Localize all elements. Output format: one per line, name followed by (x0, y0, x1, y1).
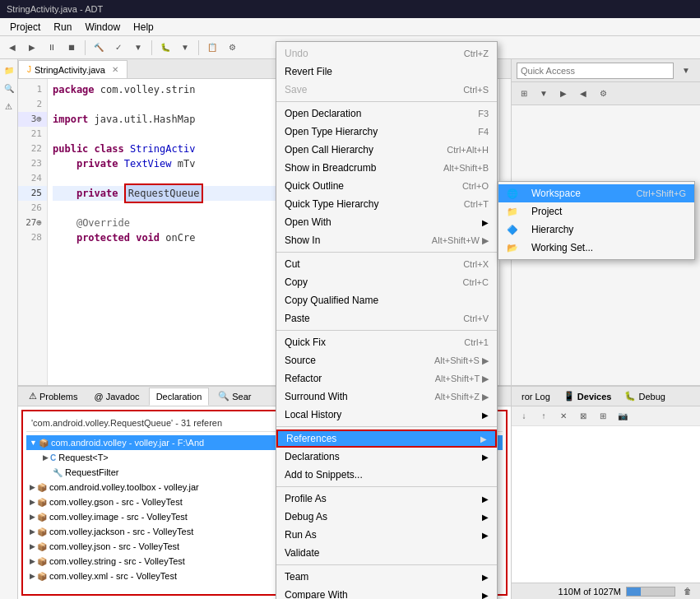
toolbar-btn-7[interactable]: ▼ (129, 39, 147, 57)
right-toolbar-btn-1[interactable]: ⊞ (515, 85, 533, 103)
menu-bar: Project Run Window Help (0, 18, 700, 36)
error-log-label: ror Log (522, 392, 550, 402)
toolbar-btn-4[interactable]: ⏹ (63, 39, 81, 57)
project-icon: 📁 (507, 207, 518, 217)
devices-toolbar-btn-4[interactable]: ⊠ (574, 407, 592, 425)
menu-quick-fix[interactable]: Quick Fix Ctrl+1 (276, 333, 497, 351)
menu-paste[interactable]: Paste Ctrl+V (276, 309, 497, 327)
right-toolbar-btn-4[interactable]: ◀ (574, 85, 592, 103)
workspace-icon: 🌐 (507, 188, 518, 199)
devices-toolbar-btn-2[interactable]: ↑ (535, 407, 553, 425)
quick-access-input[interactable] (517, 63, 674, 79)
editor-tab-stringactivity[interactable]: J StringActivity.java ✕ (18, 60, 127, 78)
tab-close-icon[interactable]: ✕ (112, 65, 118, 74)
sidebar-icon-2[interactable]: 🔍 (2, 81, 16, 95)
menu-sep-1 (276, 101, 497, 102)
devices-toolbar-btn-6[interactable]: 📷 (614, 407, 632, 425)
menu-help[interactable]: Help (127, 20, 160, 35)
menu-surround-with[interactable]: Surround With Alt+Shift+Z ▶ (276, 388, 497, 406)
gc-button[interactable]: 🗑 (680, 584, 695, 599)
toolbar-btn-6[interactable]: ✓ (109, 39, 127, 57)
devices-toolbar-btn-1[interactable]: ↓ (515, 407, 533, 425)
toolbar-btn-9[interactable]: ▼ (176, 39, 194, 57)
menu-run[interactable]: Run (47, 20, 78, 35)
menu-show-in[interactable]: Show In Alt+Shift+W ▶ (276, 231, 497, 249)
open-call-shortcut: Ctrl+Alt+H (447, 145, 489, 155)
menu-add-snippets[interactable]: Add to Snippets... (276, 466, 497, 484)
tab-javadoc[interactable]: @ Javadoc (86, 388, 146, 406)
devices-label: Devices (577, 392, 612, 402)
validate-label: Validate (285, 547, 489, 559)
menu-open-call-hierarchy[interactable]: Open Call Hierarchy Ctrl+Alt+H (276, 141, 497, 159)
tab-declaration[interactable]: Declaration (149, 388, 210, 406)
menu-team[interactable]: Team ▶ (276, 568, 497, 586)
cut-label: Cut (285, 258, 455, 270)
line-num-27: 27⊕ (18, 216, 47, 230)
toolbar-btn-10[interactable]: 📋 (203, 39, 221, 57)
menu-references[interactable]: References ▶ (276, 430, 497, 448)
tab-devices[interactable]: 📱 Devices (557, 388, 619, 406)
menu-quick-outline[interactable]: Quick Outline Ctrl+O (276, 177, 497, 195)
menu-refactor[interactable]: Refactor Alt+Shift+T ▶ (276, 369, 497, 388)
menu-open-with[interactable]: Open With ▶ (276, 213, 497, 231)
add-snippets-label: Add to Snippets... (285, 469, 489, 481)
menu-show-breadcrumb[interactable]: Show in Breadcrumb Alt+Shift+B (276, 159, 497, 177)
menu-undo[interactable]: Undo Ctrl+Z (276, 44, 497, 63)
open-declaration-label: Open Declaration (285, 108, 470, 119)
line-num-24: 24 (18, 171, 47, 186)
submenu-hierarchy[interactable]: 🔷 Hierarchy (498, 221, 694, 239)
sidebar-icon-3[interactable]: ⚠ (2, 99, 16, 114)
toolbar-btn-3[interactable]: ⏸ (43, 39, 61, 57)
menu-cut[interactable]: Cut Ctrl+X (276, 255, 497, 273)
menu-profile-as[interactable]: Profile As ▶ (276, 490, 497, 508)
surround-label: Surround With (285, 391, 427, 402)
toolbar-btn-11[interactable]: ⚙ (223, 39, 241, 57)
menu-open-declaration[interactable]: Open Declaration F3 (276, 104, 497, 123)
menu-debug-as[interactable]: Debug As ▶ (276, 508, 497, 526)
tab-search[interactable]: 🔍 Sear (211, 388, 258, 406)
open-declaration-shortcut: F3 (478, 109, 489, 118)
menu-project[interactable]: Project (3, 20, 47, 35)
toolbar-btn-1[interactable]: ◀ (3, 39, 21, 57)
tree-item-label-4: com.android.volley.toolbox - volley.jar (49, 482, 199, 492)
breadcrumb-label: Show in Breadcrumb (285, 162, 435, 174)
submenu-project[interactable]: 📁 Project (498, 202, 694, 221)
title-bar: StringActivity.java - ADT (0, 0, 700, 18)
right-toolbar-btn-5[interactable]: ⚙ (594, 85, 612, 103)
menu-sep-5 (276, 486, 497, 487)
devices-toolbar-btn-5[interactable]: ⊞ (594, 407, 612, 425)
tab-debug[interactable]: 🐛 Debug (618, 388, 671, 406)
tab-error-log[interactable]: ror Log (515, 388, 557, 406)
tree-item-label-7: com.volley.jackson - src - VolleyTest (49, 527, 193, 536)
tab-problems[interactable]: ⚠ Problems (21, 388, 85, 406)
menu-declarations[interactable]: Declarations ▶ (276, 448, 497, 466)
source-shortcut: Alt+Shift+S ▶ (434, 355, 489, 366)
sidebar-icon-1[interactable]: 📁 (2, 63, 16, 77)
toolbar-btn-2[interactable]: ▶ (23, 39, 41, 57)
menu-source[interactable]: Source Alt+Shift+S ▶ (276, 351, 497, 369)
right-toolbar-btn-2[interactable]: ▼ (535, 85, 553, 103)
menu-save[interactable]: Save Ctrl+S (276, 81, 497, 99)
toolbar-btn-8[interactable]: 🐛 (156, 39, 174, 57)
right-toolbar-btn-3[interactable]: ▶ (554, 85, 573, 103)
menu-revert-file[interactable]: Revert File (276, 63, 497, 81)
menu-copy[interactable]: Copy Ctrl+C (276, 273, 497, 291)
package-icon-4: 📦 (37, 513, 47, 522)
copy-qualified-label: Copy Qualified Name (285, 295, 489, 306)
submenu-workspace[interactable]: 🌐 Workspace Ctrl+Shift+G (498, 184, 694, 202)
line-numbers: 1 2 3⊕ 21 22 23 24 25 26 27⊕ 28 (18, 79, 48, 385)
devices-toolbar-btn-3[interactable]: ✕ (554, 407, 573, 425)
menu-open-type-hierarchy[interactable]: Open Type Hierarchy F4 (276, 123, 497, 141)
quick-access-btn[interactable]: ▼ (677, 62, 695, 80)
menu-run-as[interactable]: Run As ▶ (276, 526, 497, 544)
submenu-working-set[interactable]: 📂 Working Set... (498, 239, 694, 257)
menu-validate[interactable]: Validate (276, 544, 497, 562)
menu-local-history[interactable]: Local History ▶ (276, 406, 497, 424)
tree-expand-icon-7: ▶ (30, 542, 35, 550)
menu-window[interactable]: Window (78, 20, 127, 35)
menu-quick-type[interactable]: Quick Type Hierarchy Ctrl+T (276, 195, 497, 213)
toolbar-btn-5[interactable]: 🔨 (90, 39, 108, 57)
menu-copy-qualified[interactable]: Copy Qualified Name (276, 291, 497, 309)
menu-compare-with[interactable]: Compare With ▶ (276, 586, 497, 599)
memory-text: 110M of 1027M (559, 587, 621, 597)
